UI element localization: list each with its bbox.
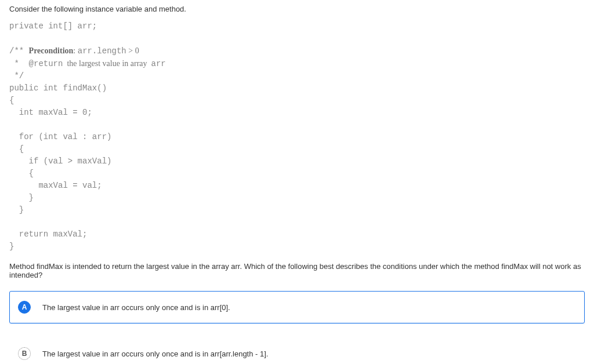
code-mono: arr.length — [78, 46, 126, 56]
code-line: for (int val : arr) — [9, 132, 111, 141]
code-line: } — [9, 242, 14, 251]
option-text-a: The largest value in arr occurs only onc… — [42, 303, 230, 312]
code-mono: arr — [151, 59, 166, 68]
code-text: : — [73, 46, 77, 55]
intro-text: Consider the following instance variable… — [9, 5, 585, 13]
code-line: */ — [9, 71, 24, 81]
code-line: * — [9, 59, 29, 68]
code-line: { — [9, 96, 14, 105]
option-b[interactable]: B The largest value in arr occurs only o… — [9, 337, 585, 364]
code-text: > 0 — [126, 46, 139, 55]
code-line: private int[] arr; — [9, 21, 97, 31]
code-line: { — [9, 144, 24, 154]
code-line: public int findMax() — [9, 83, 107, 93]
option-a[interactable]: A The largest value in arr occurs only o… — [9, 291, 585, 323]
code-line: } — [9, 205, 24, 214]
code-line: } — [9, 193, 34, 202]
code-text: the largest value in array — [63, 59, 151, 68]
code-line: return maxVal; — [9, 230, 87, 239]
code-line: maxVal = val; — [9, 181, 102, 190]
code-line: if (val > maxVal) — [9, 156, 111, 166]
question-text: Method findMax is intended to return the… — [9, 262, 585, 279]
option-text-b: The largest value in arr occurs only onc… — [42, 350, 268, 358]
option-letter-b: B — [18, 347, 31, 360]
code-block: private int[] arr; /** Precondition: arr… — [9, 20, 585, 253]
code-mono: @return — [29, 59, 63, 68]
code-line: int maxVal = 0; — [9, 108, 92, 117]
option-letter-a: A — [18, 301, 31, 314]
code-line: { — [9, 169, 34, 178]
code-line: /** — [9, 46, 29, 56]
code-bold: Precondition — [29, 46, 74, 55]
